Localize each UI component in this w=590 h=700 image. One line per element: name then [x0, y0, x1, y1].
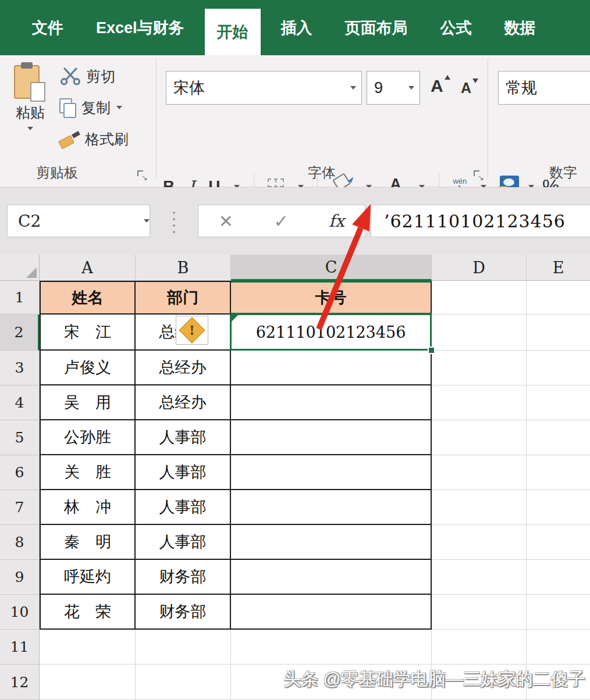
tab-data[interactable]: 数据	[492, 0, 548, 55]
cell-e1[interactable]	[527, 281, 590, 315]
cell-d6[interactable]	[432, 455, 527, 490]
cell-c10[interactable]	[231, 595, 432, 630]
cell-a12[interactable]	[40, 665, 136, 700]
row-header-4[interactable]: 4	[0, 385, 40, 420]
font-size-combo[interactable]: 9	[367, 71, 420, 105]
font-size-caret-icon[interactable]	[408, 86, 414, 90]
cell-e7[interactable]	[527, 490, 590, 525]
cell-e3[interactable]	[527, 351, 590, 385]
cell-a10[interactable]: 花 荣	[40, 595, 136, 630]
cell-a3[interactable]: 卢俊义	[40, 351, 136, 385]
copy-dropdown-caret-icon[interactable]	[116, 106, 122, 109]
cancel-icon[interactable]: ✕	[219, 211, 233, 231]
cell-b3[interactable]: 总经办	[136, 351, 231, 385]
cell-c11[interactable]	[231, 630, 432, 665]
column-header-d[interactable]: D	[432, 255, 527, 281]
column-header-a[interactable]: A	[40, 255, 136, 281]
error-checking-button[interactable]: !	[176, 316, 208, 345]
cell-a1[interactable]: 姓名	[40, 281, 136, 315]
cell-d10[interactable]	[432, 595, 527, 630]
cell-d9[interactable]	[432, 560, 527, 595]
cell-d8[interactable]	[432, 525, 527, 560]
row-header-10[interactable]: 10	[0, 595, 40, 630]
row-header-8[interactable]: 8	[0, 525, 40, 560]
cell-e6[interactable]	[527, 455, 590, 490]
cell-a2[interactable]: 宋 江	[40, 315, 136, 351]
grow-font-button[interactable]: A	[431, 77, 443, 95]
cell-a6[interactable]: 关 胜	[40, 455, 136, 490]
cell-e10[interactable]	[527, 595, 590, 630]
cell-a11[interactable]	[40, 630, 136, 665]
row-header-12[interactable]: 12	[0, 665, 40, 700]
formula-input[interactable]: ’621110102123456	[371, 205, 590, 237]
cell-b8[interactable]: 人事部	[136, 525, 231, 560]
cell-a8[interactable]: 秦 明	[40, 525, 136, 560]
row-header-11[interactable]: 11	[0, 630, 40, 665]
row-header-6[interactable]: 6	[0, 455, 40, 490]
cell-b6[interactable]: 人事部	[136, 455, 231, 490]
cell-d1[interactable]	[432, 281, 527, 315]
row-header-7[interactable]: 7	[0, 490, 40, 525]
tab-excel-finance[interactable]: Excel与财务	[84, 0, 197, 55]
cell-a9[interactable]: 呼延灼	[40, 560, 136, 595]
tab-page-layout[interactable]: 页面布局	[333, 0, 420, 55]
cell-b10[interactable]: 财务部	[136, 595, 231, 630]
cell-d3[interactable]	[432, 351, 527, 385]
tab-insert[interactable]: 插入	[269, 0, 325, 55]
cell-c4[interactable]	[231, 385, 432, 420]
font-dialog-launcher-icon[interactable]: ↘	[474, 170, 483, 180]
cell-e8[interactable]	[527, 525, 590, 560]
row-header-9[interactable]: 9	[0, 560, 40, 595]
cell-b5[interactable]: 人事部	[136, 420, 231, 455]
shrink-font-button[interactable]: A	[461, 81, 471, 95]
cell-e5[interactable]	[527, 420, 590, 455]
cell-d7[interactable]	[432, 490, 527, 525]
paste-button[interactable]: 粘贴	[8, 60, 52, 153]
cell-e9[interactable]	[527, 560, 590, 595]
cell-e2[interactable]	[527, 315, 590, 351]
number-format-combo[interactable]: 常规	[498, 71, 590, 105]
column-header-c[interactable]: C	[231, 255, 432, 281]
row-header-1[interactable]: 1	[0, 281, 40, 315]
cell-c8[interactable]	[231, 525, 432, 560]
cell-d2[interactable]	[432, 315, 527, 351]
cell-c2-selected[interactable]: 621110102123456	[231, 315, 432, 351]
cell-e4[interactable]	[527, 385, 590, 420]
fill-handle[interactable]	[428, 347, 435, 354]
column-header-e[interactable]: E	[527, 255, 590, 281]
font-name-combo[interactable]: 宋体	[166, 71, 362, 105]
cell-c5[interactable]	[231, 420, 432, 455]
copy-button[interactable]: 复制	[59, 92, 122, 123]
row-header-2[interactable]: 2	[0, 315, 40, 351]
cell-c6[interactable]	[231, 455, 432, 490]
cell-b4[interactable]: 总经办	[136, 385, 231, 420]
clipboard-dialog-launcher-icon[interactable]: ↘	[137, 170, 147, 180]
cut-button[interactable]: 剪切	[59, 61, 115, 91]
insert-function-icon[interactable]: fx	[329, 211, 344, 231]
format-painter-button[interactable]: 格式刷	[59, 124, 129, 154]
cell-d5[interactable]	[432, 420, 527, 455]
cell-e11[interactable]	[527, 630, 590, 665]
cell-c1[interactable]: 卡号	[231, 281, 432, 315]
cell-d4[interactable]	[432, 385, 527, 420]
cell-a4[interactable]: 吴 用	[40, 385, 136, 420]
cell-b12[interactable]	[136, 665, 231, 700]
cell-a7[interactable]: 林 冲	[40, 490, 136, 525]
select-all-corner[interactable]	[0, 255, 40, 281]
cell-b1[interactable]: 部门	[136, 281, 231, 315]
cell-a5[interactable]: 公孙胜	[40, 420, 136, 455]
name-box-caret-icon[interactable]	[144, 219, 150, 223]
tab-formulas[interactable]: 公式	[428, 0, 484, 55]
cell-d11[interactable]	[432, 630, 527, 665]
cell-b9[interactable]: 财务部	[136, 560, 231, 595]
cell-b11[interactable]	[136, 630, 231, 665]
row-header-5[interactable]: 5	[0, 420, 40, 455]
tab-home[interactable]: 开始	[205, 9, 261, 55]
paste-dropdown-caret-icon[interactable]	[27, 127, 33, 130]
cell-b7[interactable]: 人事部	[136, 490, 231, 525]
tab-file[interactable]: 文件	[20, 0, 76, 55]
cell-c3[interactable]	[231, 351, 432, 385]
row-header-3[interactable]: 3	[0, 351, 40, 385]
cell-c9[interactable]	[231, 560, 432, 595]
enter-icon[interactable]: ✓	[273, 211, 288, 231]
